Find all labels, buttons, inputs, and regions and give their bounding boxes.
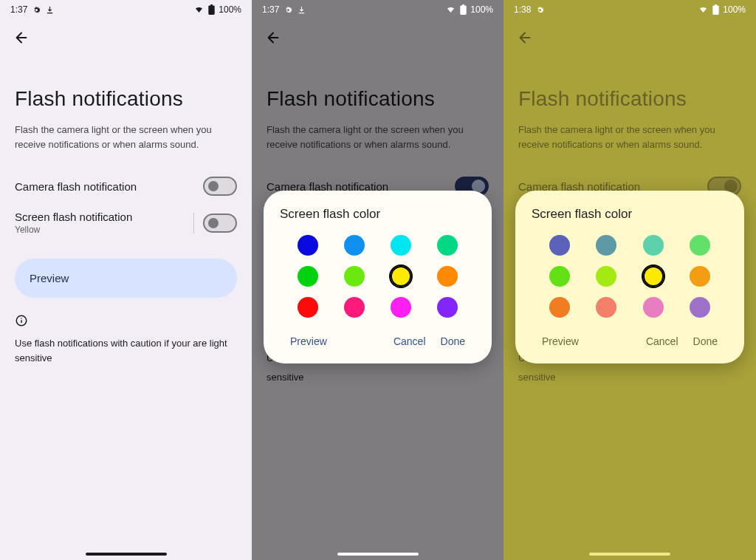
page-title: Flash notifications [0,46,252,120]
status-bar: 1:38 100% [504,0,756,15]
color-swatch[interactable] [690,297,710,318]
battery-icon [208,4,215,15]
download-icon [298,5,306,15]
color-swatch-grid [277,232,478,327]
back-arrow-icon [517,30,533,46]
color-swatch[interactable] [391,266,411,287]
color-swatch[interactable] [437,297,458,318]
color-swatch-grid [529,232,731,327]
status-bar: 1:37 100% [252,0,504,15]
page-subtitle: Flash the camera light or the screen whe… [0,120,252,169]
dialog-done-button[interactable]: Done [433,331,472,352]
gear-icon [284,5,293,15]
screen-flash-row[interactable]: Screen flash notification Yellow [0,203,252,242]
dialog-cancel-button[interactable]: Cancel [386,331,433,352]
color-swatch[interactable] [344,297,365,318]
preview-button[interactable]: Preview [15,259,237,298]
color-swatch[interactable] [298,266,318,287]
color-swatch[interactable] [596,235,616,256]
color-swatch[interactable] [298,297,318,318]
color-swatch[interactable] [549,235,570,256]
color-swatch[interactable] [549,266,570,287]
color-swatch[interactable] [391,297,411,318]
color-swatch[interactable] [643,235,664,256]
status-battery: 100% [219,4,241,15]
status-battery: 100% [723,4,746,15]
gesture-bar [337,553,419,556]
dialog-cancel-button[interactable]: Cancel [639,331,686,352]
page-title: Flash notifications [504,46,756,120]
dialog-preview-button[interactable]: Preview [535,331,586,352]
color-swatch[interactable] [437,235,458,256]
gear-icon [535,5,545,15]
color-swatch[interactable] [391,235,411,256]
wifi-icon [445,5,456,14]
color-picker-dialog: Screen flash color Preview Cancel Done [264,191,492,363]
color-swatch[interactable] [344,235,365,256]
svg-point-2 [21,318,22,319]
camera-flash-row[interactable]: Camera flash notification [0,169,252,203]
dialog-title: Screen flash color [529,207,731,222]
color-swatch[interactable] [690,266,710,287]
color-swatch[interactable] [596,266,616,287]
color-swatch[interactable] [437,266,458,287]
page-subtitle: Flash the camera light or the screen whe… [504,120,756,169]
info-icon [0,298,252,332]
color-swatch[interactable] [596,297,616,318]
screen-flash-label: Screen flash notification [15,211,132,223]
color-swatch[interactable] [643,266,664,287]
color-swatch[interactable] [690,235,710,256]
dialog-preview-button[interactable]: Preview [283,331,334,352]
color-swatch[interactable] [549,297,570,318]
color-swatch[interactable] [344,266,365,287]
wifi-icon [698,5,709,14]
wifi-icon [193,5,205,14]
color-swatch[interactable] [298,235,318,256]
back-arrow-icon[interactable] [13,30,30,46]
status-time: 1:38 [514,4,531,15]
camera-flash-toggle[interactable] [203,177,237,196]
caution-text: sensitive [504,370,756,389]
screen-flash-toggle[interactable] [203,214,237,233]
gear-icon [32,5,41,15]
dialog-done-button[interactable]: Done [686,331,725,352]
color-picker-dialog: Screen flash color Preview Cancel Done [515,191,744,363]
gesture-bar [589,553,670,556]
row-divider [193,213,194,233]
dialog-title: Screen flash color [277,207,478,222]
status-bar: 1:37 100% [0,0,252,15]
status-time: 1:37 [10,4,27,15]
battery-icon [460,4,467,15]
download-icon [46,5,54,15]
camera-flash-label: Camera flash notification [15,180,137,193]
caution-text: Use flash notifications with caution if … [0,332,252,369]
color-swatch[interactable] [643,297,664,318]
screen-flash-sublabel: Yellow [15,225,132,235]
battery-icon [712,4,719,15]
gesture-bar [86,553,167,556]
